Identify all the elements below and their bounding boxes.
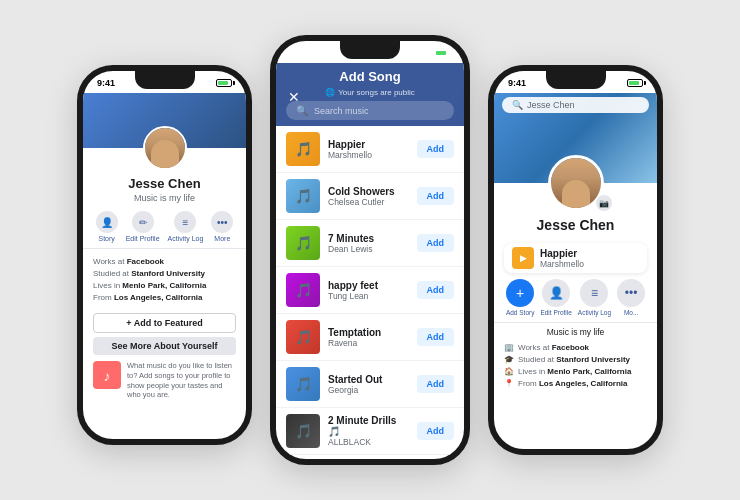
add-featured-button[interactable]: + Add to Featured	[93, 313, 236, 333]
song-thumb-happy-feet: 🎵	[286, 273, 320, 307]
song-item-7min: 🎵 7 Minutes Dean Lewis Add	[276, 220, 464, 267]
studied-text-right: Studied at Stanford University	[518, 355, 630, 364]
song-item-happier: 🎵 Happier Marshmello Add	[276, 126, 464, 173]
add-story-icon: +	[506, 279, 534, 307]
song-item-2min: 🎵 2 Minute Drills 🎵 ALLBLACK Add	[276, 408, 464, 455]
status-time-left: 9:41	[97, 78, 115, 88]
avatar-face-right	[562, 180, 590, 208]
add-button-started-out[interactable]: Add	[417, 375, 455, 393]
song-artist-7min: Dean Lewis	[328, 244, 409, 254]
music-promo-text: What music do you like to listen to? Add…	[127, 361, 236, 400]
action-add-story-right[interactable]: + Add Story	[506, 279, 535, 316]
profile-name-right: Jesse Chen	[502, 217, 649, 233]
action-activity-log[interactable]: ≡ Activity Log	[168, 211, 204, 242]
profile-info-left: Jesse Chen Music is my life	[83, 176, 246, 203]
lives-icon-right: 🏠	[504, 367, 514, 376]
bio-text-right: Music is my life	[504, 327, 647, 337]
info-works-right: 🏢 Works at Facebook	[504, 343, 647, 352]
battery-right	[627, 79, 643, 87]
avatar-inner-right	[551, 158, 601, 208]
song-artist-started-out: Georgia	[328, 385, 409, 395]
info-works: Works at Facebook	[93, 257, 236, 266]
music-promo-left: ♪ What music do you like to listen to? A…	[93, 361, 236, 400]
music-search-bar[interactable]: 🔍	[286, 101, 454, 120]
song-item-started-out: 🎵 Started Out Georgia Add	[276, 361, 464, 408]
action-edit-right[interactable]: 👤 Edit Profile	[540, 279, 571, 316]
action-activity-right[interactable]: ≡ Activity Log	[578, 279, 611, 316]
story-icon: 👤	[96, 211, 118, 233]
search-icon-right: 🔍	[512, 100, 523, 110]
close-button[interactable]: ✕	[288, 89, 300, 105]
info-studied: Studied at Stanford University	[93, 269, 236, 278]
studied-label: Studied at Stanford University	[93, 269, 205, 278]
studied-icon-right: 🎓	[504, 355, 514, 364]
notch-left	[135, 71, 195, 89]
center-header: ✕ Add Song 🌐 Your songs are public 🔍	[276, 63, 464, 126]
music-search-input[interactable]	[314, 106, 444, 116]
from-text-right: From Los Angeles, California	[518, 379, 628, 388]
phones-container: 9:41 Jesse Chen Music is my life 👤 Story…	[57, 15, 683, 485]
song-item-temptation: 🎵 Temptation Ravena Add	[276, 314, 464, 361]
info-studied-right: 🎓 Studied at Stanford University	[504, 355, 647, 364]
more-label: More	[214, 235, 230, 242]
song-list: 🎵 Happier Marshmello Add 🎵 Cold Showers …	[276, 126, 464, 465]
add-button-happier[interactable]: Add	[417, 140, 455, 158]
search-overlay-right[interactable]: 🔍 Jesse Chen	[502, 97, 649, 113]
action-more-right[interactable]: ••• Mo...	[617, 279, 645, 316]
add-button-7min[interactable]: Add	[417, 234, 455, 252]
song-thumb-bag-bwe: 🎵	[286, 461, 320, 465]
search-icon: 🔍	[296, 105, 308, 116]
status-time-right: 9:41	[508, 78, 526, 88]
info-section-left: Works at Facebook Studied at Stanford Un…	[83, 255, 246, 307]
song-info-7min: 7 Minutes Dean Lewis	[328, 233, 409, 254]
battery-left	[216, 79, 232, 87]
add-button-2min[interactable]: Add	[417, 422, 455, 440]
now-playing[interactable]: ▶ Happier Marshmello	[504, 243, 647, 273]
public-text: Your songs are public	[338, 88, 415, 97]
song-info-cold-showers: Cold Showers Chelsea Cutler	[328, 186, 409, 207]
add-button-cold-showers[interactable]: Add	[417, 187, 455, 205]
add-button-temptation[interactable]: Add	[417, 328, 455, 346]
song-info-happy-feet: happy feet Tung Lean	[328, 280, 409, 301]
edit-label-right: Edit Profile	[540, 309, 571, 316]
action-more[interactable]: ••• More	[211, 211, 233, 242]
now-playing-info: Happier Marshmello	[540, 248, 584, 269]
song-title-7min: 7 Minutes	[328, 233, 409, 244]
action-story[interactable]: 👤 Story	[96, 211, 118, 242]
song-title-happier: Happier	[328, 139, 409, 150]
action-row-left: 👤 Story ✏ Edit Profile ≡ Activity Log ••…	[83, 211, 246, 242]
add-button-happy-feet[interactable]: Add	[417, 281, 455, 299]
song-item-cold-showers: 🎵 Cold Showers Chelsea Cutler Add	[276, 173, 464, 220]
works-label: Works at Facebook	[93, 257, 164, 266]
activity-log-icon: ≡	[174, 211, 196, 233]
action-edit-profile[interactable]: ✏ Edit Profile	[126, 211, 160, 242]
profile-bio-left: Music is my life	[91, 193, 238, 203]
svg-text:♪: ♪	[104, 368, 111, 384]
notch-center	[340, 41, 400, 59]
song-title-temptation: Temptation	[328, 327, 409, 338]
profile-name-left: Jesse Chen	[91, 176, 238, 191]
phone-left: 9:41 Jesse Chen Music is my life 👤 Story…	[77, 65, 252, 445]
works-text-right: Works at Facebook	[518, 343, 589, 352]
from-label: From Los Angeles, California	[93, 293, 203, 302]
song-title-started-out: Started Out	[328, 374, 409, 385]
profile-section-right: Jesse Chen	[494, 217, 657, 239]
camera-badge-right[interactable]: 📷	[596, 195, 612, 211]
song-info-happier: Happier Marshmello	[328, 139, 409, 160]
song-artist-2min: ALLBLACK	[328, 437, 409, 447]
activity-log-label: Activity Log	[168, 235, 204, 242]
divider-right-1	[494, 322, 657, 323]
song-title-2min: 2 Minute Drills 🎵	[328, 415, 409, 437]
now-playing-artist: Marshmello	[540, 259, 584, 269]
public-notice: 🌐 Your songs are public	[286, 88, 454, 97]
search-text-right: Jesse Chen	[527, 100, 575, 110]
notch-right	[546, 71, 606, 89]
lives-text-right: Lives in Menlo Park, California	[518, 367, 631, 376]
lives-label: Lives in Menlo Park, California	[93, 281, 206, 290]
song-thumb-started-out: 🎵	[286, 367, 320, 401]
avatar-face-left	[151, 140, 179, 168]
see-more-button[interactable]: See More About Yourself	[93, 337, 236, 355]
edit-profile-label: Edit Profile	[126, 235, 160, 242]
info-lives-right: 🏠 Lives in Menlo Park, California	[504, 367, 647, 376]
more-icon: •••	[211, 211, 233, 233]
